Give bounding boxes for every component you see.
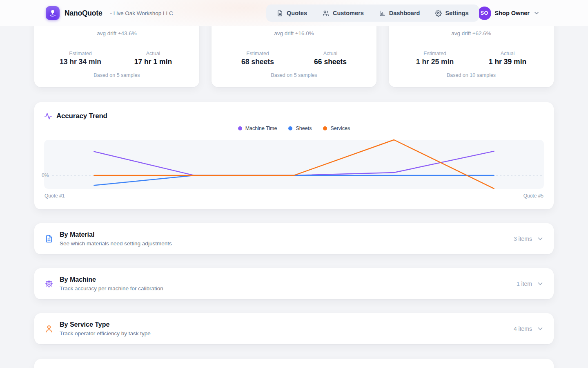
actual-value: 1 hr 39 min	[471, 57, 544, 66]
brand: NanoQuote - Live Oak Workshop LLC	[46, 6, 173, 20]
legend-item-services: Services	[323, 126, 350, 131]
user-name: Shop Owner	[495, 10, 530, 16]
section-subtitle: Track operator efficiency by task type	[60, 330, 151, 337]
nav-label: Quotes	[287, 10, 307, 16]
app-logo-icon	[46, 6, 60, 20]
section-by-service-type[interactable]: By Service Type Track operator efficienc…	[34, 313, 554, 344]
trend-plot-area: 0%	[44, 140, 544, 189]
nav-label: Dashboard	[389, 10, 420, 16]
legend-dot	[323, 126, 327, 130]
nav-label: Settings	[445, 10, 468, 16]
main-nav: Quotes Customers Dashboard	[266, 4, 479, 22]
chevron-down-icon[interactable]	[537, 325, 544, 332]
metric-card-services: avg drift ±62.6% Estimated 1 hr 25 min A…	[389, 16, 554, 87]
divider	[399, 44, 544, 44]
divider	[221, 44, 367, 44]
estimated-value: 68 sheets	[221, 57, 294, 66]
avg-drift: avg drift ±43.6%	[44, 30, 189, 37]
gear-icon	[44, 279, 54, 288]
metric-card-machine-time: avg drift ±43.6% Estimated 13 hr 34 min …	[34, 16, 199, 87]
dashboard-chart-icon	[379, 10, 386, 17]
chevron-down-icon[interactable]	[537, 235, 544, 242]
legend-label: Machine Time	[245, 126, 277, 131]
customers-people-icon	[322, 9, 330, 17]
person-icon	[44, 324, 54, 333]
samples-note: Based on 5 samples	[221, 72, 367, 79]
section-title: By Machine	[60, 276, 163, 284]
x-axis-first-label: Quote #1	[45, 193, 65, 199]
actual-label: Actual	[294, 51, 367, 57]
avg-drift: avg drift ±62.6%	[399, 30, 544, 37]
divider	[44, 44, 189, 44]
top-header: NanoQuote - Live Oak Workshop LLC Quotes…	[0, 0, 588, 26]
legend-item-sheets: Sheets	[288, 126, 312, 131]
quotes-document-icon	[276, 10, 283, 17]
x-axis-last-label: Quote #5	[523, 193, 543, 199]
legend-dot	[288, 126, 292, 130]
app-title: NanoQuote	[65, 9, 102, 18]
estimated-value: 13 hr 34 min	[44, 57, 117, 66]
section-subtitle: See which materials need setting adjustm…	[60, 240, 172, 247]
chevron-down-icon[interactable]	[537, 280, 544, 287]
actual-value: 17 hr 1 min	[117, 57, 189, 66]
legend-dot	[238, 126, 242, 130]
user-menu[interactable]: SO Shop Owner	[478, 7, 540, 20]
item-count: 1 item	[517, 280, 532, 287]
estimated-label: Estimated	[221, 51, 294, 57]
document-icon	[44, 234, 54, 243]
avg-drift: avg drift ±16.0%	[221, 30, 367, 37]
chart-legend: Machine Time Sheets Services	[44, 124, 544, 132]
chart-title: Accuracy Trend	[56, 112, 107, 120]
item-count: 4 items	[514, 325, 532, 332]
avatar: SO	[478, 7, 491, 20]
legend-item-machine-time: Machine Time	[238, 126, 277, 131]
metric-cards-row: avg drift ±43.6% Estimated 13 hr 34 min …	[34, 16, 554, 87]
main-content: avg drift ±43.6% Estimated 13 hr 34 min …	[0, 0, 588, 368]
actual-value: 66 sheets	[294, 57, 367, 66]
actual-label: Actual	[471, 51, 544, 57]
chevron-down-icon	[533, 10, 540, 16]
estimated-label: Estimated	[44, 51, 117, 57]
accuracy-trend-card: Accuracy Trend Machine Time Sheets Servi…	[34, 102, 554, 209]
section-by-machine[interactable]: By Machine Track accuracy per machine fo…	[34, 268, 554, 299]
activity-pulse-icon	[44, 112, 52, 120]
org-name: - Live Oak Workshop LLC	[110, 10, 173, 16]
samples-note: Based on 5 samples	[44, 72, 189, 79]
legend-label: Services	[330, 126, 350, 131]
estimated-label: Estimated	[399, 51, 471, 57]
trend-chart-svg	[44, 140, 544, 189]
estimated-value: 1 hr 25 min	[399, 57, 471, 66]
nav-item-settings[interactable]: Settings	[435, 10, 468, 17]
section-by-material[interactable]: By Material See which materials need set…	[34, 223, 554, 254]
section-subtitle: Track accuracy per machine for calibrati…	[60, 285, 163, 292]
metric-card-sheets: avg drift ±16.0% Estimated 68 sheets Act…	[212, 16, 376, 87]
nav-label: Customers	[333, 10, 364, 16]
nav-item-quotes[interactable]: Quotes	[276, 10, 307, 17]
samples-note: Based on 10 samples	[399, 72, 544, 79]
legend-label: Sheets	[296, 126, 312, 131]
section-title: By Service Type	[60, 321, 151, 329]
nav-item-customers[interactable]: Customers	[322, 9, 364, 17]
item-count: 3 items	[514, 236, 532, 242]
nav-item-dashboard[interactable]: Dashboard	[379, 10, 420, 17]
section-title: By Material	[60, 231, 172, 239]
settings-gear-icon	[435, 10, 442, 17]
actual-label: Actual	[117, 51, 189, 57]
next-card-partial	[34, 359, 554, 368]
